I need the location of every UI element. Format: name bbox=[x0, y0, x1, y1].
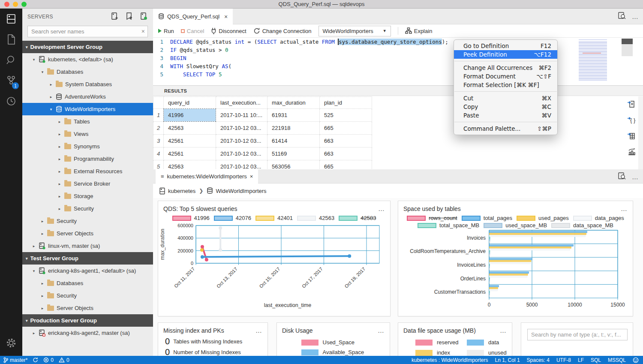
grid-cell[interactable]: 663 bbox=[320, 135, 372, 147]
column-header[interactable]: plan_id bbox=[320, 97, 372, 109]
collapsed-icon[interactable]: ▸ bbox=[57, 194, 62, 199]
menu-item-change-all-occurrences[interactable]: Change All Occurrences⌘F2 bbox=[454, 63, 557, 72]
expanded-icon[interactable]: ▾ bbox=[49, 107, 53, 111]
legend-item-42583[interactable]: 42583 bbox=[339, 215, 376, 221]
collapsed-icon[interactable]: ▸ bbox=[57, 169, 62, 174]
widget-menu-icon[interactable]: … bbox=[378, 205, 385, 212]
history-icon[interactable] bbox=[0, 91, 22, 111]
collapsed-icon[interactable]: ▸ bbox=[57, 182, 62, 186]
grid-cell[interactable]: 2017-10-11 10:... bbox=[216, 109, 267, 122]
grid-cell[interactable]: 42561 bbox=[164, 135, 216, 147]
collapsed-icon[interactable]: ▸ bbox=[40, 232, 45, 236]
tree-item[interactable]: ▸Synonyms bbox=[22, 140, 153, 153]
collapsed-icon[interactable]: ▸ bbox=[57, 144, 62, 149]
new-connection-icon[interactable] bbox=[110, 12, 119, 22]
code-line[interactable]: 3BEGIN bbox=[153, 54, 643, 62]
cancel-button[interactable]: Cancel bbox=[181, 28, 204, 34]
legend-item-42401[interactable]: 42401 bbox=[255, 215, 293, 221]
menu-item-cut[interactable]: Cut⌘X bbox=[454, 94, 557, 102]
tree-item[interactable]: ▸External Resources bbox=[22, 165, 153, 177]
git-branch-segment[interactable]: master* bbox=[3, 357, 27, 363]
collapsed-icon[interactable]: ▸ bbox=[40, 294, 45, 298]
encoding-segment[interactable]: UTF-8 bbox=[556, 357, 571, 363]
tree-item[interactable]: ▸Server Objects bbox=[22, 302, 153, 314]
server-search-input[interactable] bbox=[27, 26, 148, 37]
tree-item[interactable]: ▸Service Broker bbox=[22, 177, 153, 190]
minimap[interactable] bbox=[579, 39, 618, 81]
legend-item-Used_Space[interactable]: Used_Space bbox=[301, 339, 366, 346]
server-group-header[interactable]: ▾Production Server Group bbox=[22, 314, 153, 327]
grid-cell[interactable]: 61931 bbox=[267, 109, 320, 122]
expanded-icon[interactable]: ▾ bbox=[32, 57, 36, 62]
menu-item-go-to-definition[interactable]: Go to DefinitionF12 bbox=[454, 42, 557, 50]
legend-item-used_space_MB[interactable]: used_space_MB bbox=[484, 222, 547, 229]
tree-item[interactable]: ▾WideWorldImporters bbox=[22, 103, 153, 115]
feedback-smiley-icon[interactable] bbox=[633, 357, 639, 363]
legend-item-used_pages[interactable]: used_pages bbox=[517, 215, 569, 221]
server-group-header[interactable]: ▾Development Server Group bbox=[22, 41, 153, 53]
widget-menu-icon[interactable]: … bbox=[500, 327, 507, 334]
settings-gear-icon[interactable] bbox=[0, 334, 22, 352]
language-segment[interactable]: SQL bbox=[591, 357, 601, 363]
grid-cell[interactable]: 51169 bbox=[267, 147, 320, 160]
tree-item[interactable]: ▸Security bbox=[22, 202, 153, 215]
view-as-chart-icon[interactable] bbox=[627, 147, 636, 157]
code-editor[interactable]: 1DECLARE @qds_status int = (SELECT actua… bbox=[153, 38, 643, 85]
provider-segment[interactable]: MSSQL bbox=[608, 357, 626, 363]
grid-cell[interactable]: 2017-10-12 03... bbox=[216, 135, 267, 147]
servers-viewlet-icon[interactable] bbox=[0, 9, 22, 29]
grid-cell[interactable]: 221918 bbox=[267, 122, 320, 135]
column-header[interactable]: query_id bbox=[164, 97, 216, 109]
save-as-excel-icon[interactable] bbox=[627, 131, 636, 141]
collapsed-icon[interactable]: ▸ bbox=[57, 157, 62, 161]
legend-item-total_pages[interactable]: total_pages bbox=[462, 215, 512, 221]
tree-item[interactable]: ▸Security bbox=[22, 289, 153, 302]
panel-more-actions-icon[interactable]: … bbox=[632, 173, 639, 180]
database-selector[interactable]: WideWorldImporters ▼ bbox=[318, 26, 391, 36]
code-line[interactable]: 5 SELECT TOP 5 bbox=[153, 70, 643, 78]
tab-dashboard[interactable]: ≡ kubernetes:WideWorldImporters × bbox=[156, 169, 258, 184]
row-number[interactable]: 1 bbox=[153, 109, 164, 122]
collapsed-icon[interactable]: ▸ bbox=[49, 82, 53, 87]
connection-segment[interactable]: kubernetes : WideWorldImporters bbox=[412, 357, 488, 363]
tree-item[interactable]: ▸Databases bbox=[22, 277, 153, 289]
legend-item-total_space_MB[interactable]: total_space_MB bbox=[418, 222, 479, 229]
close-tab-icon[interactable]: × bbox=[224, 13, 228, 20]
grid-cell[interactable]: 2017-10-12 03... bbox=[216, 147, 267, 160]
legend-item-data_space_MB[interactable]: data_space_MB bbox=[551, 222, 613, 229]
minimap-slider[interactable] bbox=[622, 44, 633, 56]
expanded-icon[interactable]: ▾ bbox=[40, 70, 45, 74]
widget-menu-icon[interactable]: … bbox=[255, 327, 262, 334]
row-number[interactable]: 4 bbox=[153, 147, 164, 160]
widget-menu-icon[interactable]: … bbox=[621, 205, 628, 212]
clear-search-icon[interactable]: × bbox=[141, 28, 145, 35]
tree-item[interactable]: ▸AdventureWorks bbox=[22, 90, 153, 103]
explain-button[interactable]: Explain bbox=[405, 27, 433, 34]
disconnect-button[interactable]: Disconnect bbox=[211, 27, 246, 35]
save-as-json-icon[interactable]: { } bbox=[627, 115, 636, 126]
grid-cell[interactable]: 665 bbox=[320, 122, 372, 135]
sync-segment[interactable] bbox=[33, 357, 38, 363]
active-connections-icon[interactable] bbox=[139, 12, 148, 22]
tree-item[interactable]: ▸Views bbox=[22, 128, 153, 140]
grid-cell[interactable]: 61414 bbox=[267, 135, 320, 147]
tree-item[interactable]: ▸Server Objects bbox=[22, 227, 153, 240]
tree-item[interactable]: ▸Security bbox=[22, 215, 153, 227]
grid-cell[interactable]: 2017-10-12 03... bbox=[216, 122, 267, 135]
more-actions-icon[interactable]: … bbox=[632, 13, 639, 20]
indentation-segment[interactable]: Spaces: 4 bbox=[527, 357, 550, 363]
run-button[interactable]: Run bbox=[158, 28, 174, 34]
menu-item-peek-definition[interactable]: Peek Definition⌥F12 bbox=[454, 50, 557, 59]
object-search-input[interactable] bbox=[527, 329, 628, 340]
tree-item[interactable]: ▸erickang-k8s-agent2, master (sa) bbox=[22, 327, 153, 339]
collapsed-icon[interactable]: ▸ bbox=[40, 306, 45, 310]
tree-item[interactable]: ▸System Databases bbox=[22, 78, 153, 90]
tree-item[interactable]: ▾kubernetes, <default> (sa) bbox=[22, 53, 153, 66]
breadcrumb-database[interactable]: WideWorldImporters bbox=[207, 187, 266, 194]
scrollbar-thumb[interactable] bbox=[622, 39, 633, 44]
panel-preview-icon[interactable] bbox=[618, 172, 626, 181]
editor-scrollbar[interactable] bbox=[622, 39, 633, 84]
widget-menu-icon[interactable]: … bbox=[378, 327, 385, 334]
legend-item-Available_Space[interactable]: Available_Space bbox=[301, 349, 366, 355]
selected-cell[interactable]: 41996 bbox=[164, 109, 216, 122]
